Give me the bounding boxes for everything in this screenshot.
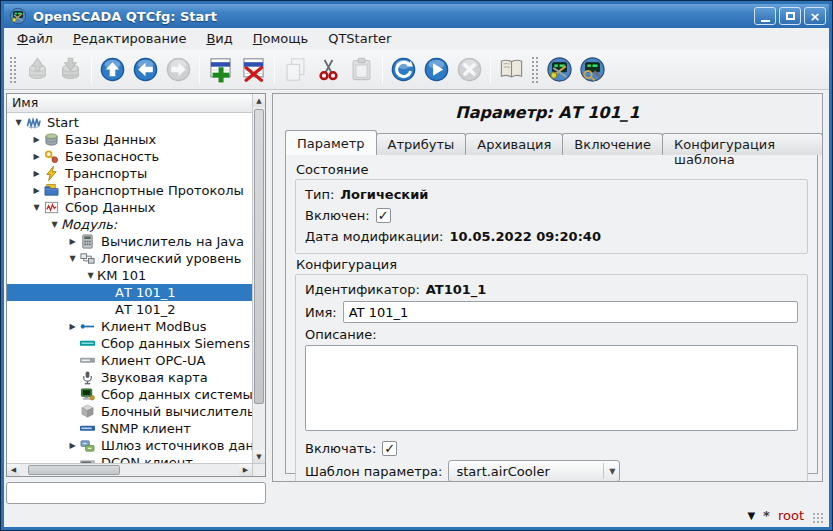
openscada-vision-icon bbox=[579, 56, 606, 83]
expander-open-icon[interactable]: ▼ bbox=[84, 271, 97, 280]
expander-closed-icon[interactable]: ▶ bbox=[30, 135, 43, 144]
current-user-label[interactable]: root bbox=[778, 508, 804, 523]
load-from-db-button[interactable] bbox=[21, 53, 54, 86]
scroll-left-icon[interactable]: ◀ bbox=[7, 464, 20, 476]
to-enable-checkbox[interactable]: ✓ bbox=[382, 441, 397, 456]
name-input[interactable] bbox=[343, 301, 798, 323]
scroll-down-icon[interactable]: ▼ bbox=[253, 450, 265, 463]
go-forward-button[interactable] bbox=[162, 53, 195, 86]
collapse-statusbar-icon[interactable]: ▼ bbox=[747, 510, 755, 521]
add-item-button[interactable] bbox=[204, 53, 237, 86]
tree-item-at101-2[interactable]: АТ 101_2 bbox=[7, 301, 252, 318]
modified-marker: * bbox=[763, 508, 770, 523]
hscroll-thumb[interactable] bbox=[28, 465, 120, 475]
save-to-db-button[interactable] bbox=[54, 53, 87, 86]
toolbar-separator bbox=[490, 56, 491, 84]
scroll-up-icon[interactable]: ▲ bbox=[253, 94, 265, 107]
tab-template-config[interactable]: Конфигурация шаблона bbox=[662, 133, 823, 155]
folder-icon bbox=[44, 183, 60, 198]
expander-open-icon[interactable]: ▼ bbox=[48, 220, 61, 229]
expander-closed-icon[interactable]: ▶ bbox=[30, 152, 43, 161]
tree-item-siemens[interactable]: Сбор данных Siemens bbox=[7, 335, 252, 352]
tree-item-transports[interactable]: ▶Транспорты bbox=[7, 165, 252, 182]
tree-item-label: Логический уровень bbox=[101, 251, 241, 266]
tree-item-dcon[interactable]: DCON клиент bbox=[7, 454, 252, 463]
tree-item-transport-protocols[interactable]: ▶Транспортные Протоколы bbox=[7, 182, 252, 199]
to-enable-label: Включать: bbox=[305, 441, 376, 456]
tree-item-start[interactable]: ▼Start bbox=[7, 114, 252, 131]
menu-file[interactable]: Файл bbox=[9, 30, 61, 49]
cut-item-button[interactable] bbox=[312, 53, 345, 86]
tree-item-opc-ua[interactable]: Клиент OPC-UA bbox=[7, 352, 252, 369]
arrow-up-icon bbox=[99, 56, 126, 83]
name-label: Имя: bbox=[305, 305, 337, 320]
tree-item-databases[interactable]: ▶Базы Данных bbox=[7, 131, 252, 148]
maximize-button[interactable] bbox=[779, 7, 801, 25]
tree-item-system-da[interactable]: Сбор данных системы bbox=[7, 386, 252, 403]
qtstarter-vision-button[interactable] bbox=[576, 53, 609, 86]
tree-item-sound-card[interactable]: Звуковая карта bbox=[7, 369, 252, 386]
tree-item-security[interactable]: ▶Безопасность bbox=[7, 148, 252, 165]
tree-column-header[interactable]: Имя bbox=[7, 94, 252, 113]
resize-grip[interactable] bbox=[812, 512, 825, 525]
expander-closed-icon[interactable]: ▶ bbox=[30, 169, 43, 178]
vscroll-track[interactable] bbox=[253, 107, 265, 450]
qtstarter-qtcfg-button[interactable] bbox=[543, 53, 576, 86]
expander-closed-icon[interactable]: ▶ bbox=[66, 322, 79, 331]
minimize-button[interactable] bbox=[754, 7, 776, 25]
tree-item-javalikecalc[interactable]: ▶Вычислитель на Java bbox=[7, 233, 252, 250]
scroll-right-icon[interactable]: ▶ bbox=[239, 464, 252, 476]
tree-item-label: КМ 101 bbox=[97, 268, 146, 283]
state-group: Тип: Логический Включен: ✓ Дата модифика… bbox=[295, 179, 808, 254]
refresh-button[interactable] bbox=[387, 53, 420, 86]
expander-closed-icon[interactable]: ▶ bbox=[66, 441, 79, 450]
tree-item-module[interactable]: ▼Модуль: bbox=[7, 216, 252, 233]
copy-item-button[interactable] bbox=[279, 53, 312, 86]
identifier-value: AT101_1 bbox=[426, 282, 487, 297]
stop-button[interactable] bbox=[453, 53, 486, 86]
tab-enable[interactable]: Включение bbox=[562, 133, 663, 155]
tree-vertical-scrollbar[interactable]: ▲ ▼ bbox=[252, 94, 265, 463]
menu-qtstarter[interactable]: QTStarter bbox=[320, 30, 399, 49]
window-title: OpenSCADA QTCfg: Start bbox=[33, 9, 217, 24]
expander-open-icon[interactable]: ▼ bbox=[30, 203, 43, 212]
expander-closed-icon[interactable]: ▶ bbox=[30, 186, 43, 195]
close-button[interactable]: × bbox=[804, 7, 826, 25]
tree-item-logiclev[interactable]: ▼Логический уровень bbox=[7, 250, 252, 267]
toolbar-separator bbox=[382, 56, 383, 84]
start-button[interactable] bbox=[420, 53, 453, 86]
menu-edit[interactable]: Редактирование bbox=[65, 30, 194, 49]
tab-archiving[interactable]: Архивация bbox=[465, 133, 563, 155]
toolbar-separator bbox=[91, 56, 92, 84]
expander-open-icon[interactable]: ▼ bbox=[66, 254, 79, 263]
tree-item-gateway[interactable]: ▶Шлюз источников данных bbox=[7, 437, 252, 454]
tree-filter-input[interactable] bbox=[6, 482, 266, 504]
menu-view[interactable]: Вид bbox=[198, 30, 240, 49]
vscroll-thumb[interactable] bbox=[254, 109, 264, 404]
tree-horizontal-scrollbar[interactable]: ◀ ▶ bbox=[7, 463, 252, 476]
tree-item-at101-1[interactable]: АТ 101_1 bbox=[7, 284, 252, 301]
tree-item-block-calc[interactable]: Блочный вычислитель bbox=[7, 403, 252, 420]
expander-open-icon[interactable]: ▼ bbox=[12, 118, 25, 127]
enabled-checkbox[interactable]: ✓ bbox=[376, 208, 391, 223]
tree-item-modbus[interactable]: ▶Клиент ModBus bbox=[7, 318, 252, 335]
go-back-button[interactable] bbox=[129, 53, 162, 86]
page-title: Параметр: АТ 101_1 bbox=[273, 103, 822, 122]
tree-item-km101[interactable]: ▼КМ 101 bbox=[7, 267, 252, 284]
tab-parameter[interactable]: Параметр bbox=[285, 130, 377, 155]
description-textarea[interactable] bbox=[305, 345, 798, 431]
tree-item-data-acquisition[interactable]: ▼Сбор Данных bbox=[7, 199, 252, 216]
tree-item-snmp[interactable]: SNMP клиент bbox=[7, 420, 252, 437]
expander-closed-icon[interactable]: ▶ bbox=[66, 237, 79, 246]
modified-value: 10.05.2022 09:20:40 bbox=[450, 229, 601, 244]
tab-attributes[interactable]: Атрибуты bbox=[376, 133, 467, 155]
delete-item-button[interactable] bbox=[237, 53, 270, 86]
table-delete-icon bbox=[240, 56, 267, 83]
title-bar[interactable]: OpenSCADA QTCfg: Start × bbox=[4, 4, 829, 28]
menu-help[interactable]: Помощь bbox=[245, 30, 316, 49]
template-combobox[interactable]: start.airCooler ▼ bbox=[448, 460, 620, 482]
manual-button[interactable] bbox=[495, 53, 528, 86]
hscroll-track[interactable] bbox=[20, 464, 239, 476]
paste-item-button[interactable] bbox=[345, 53, 378, 86]
go-up-button[interactable] bbox=[96, 53, 129, 86]
